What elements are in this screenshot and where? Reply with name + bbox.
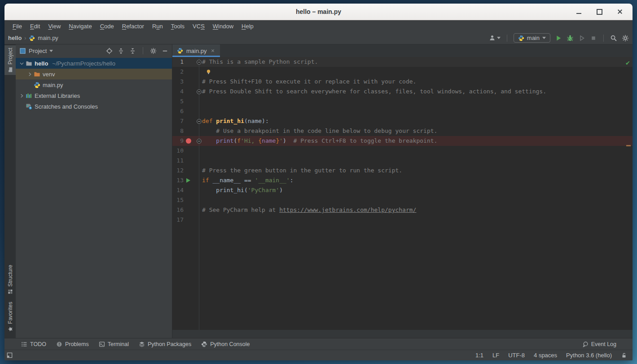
code-line-5[interactable]: 5 — [172, 96, 633, 106]
line-number[interactable]: 1 — [172, 57, 184, 67]
line-number[interactable]: 16 — [172, 205, 184, 215]
code-line-3[interactable]: 3# Press Shift+F10 to execute it or repl… — [172, 77, 633, 87]
run-configuration-selector[interactable]: main — [514, 33, 550, 43]
menu-run[interactable]: Run — [148, 23, 167, 30]
code-line-9[interactable]: 9 print(f'Hi, {name}') # Press Ctrl+F8 t… — [172, 136, 633, 146]
tree-item-scratches-and-consoles[interactable]: Scratches and Consoles — [16, 101, 172, 112]
tree-item-main-py[interactable]: main.py — [16, 79, 172, 90]
fold-icon[interactable] — [197, 60, 202, 65]
tool-window-button-python-packages[interactable]: Python Packages — [139, 341, 191, 347]
breadcrumb-file[interactable]: main.py — [38, 35, 58, 41]
code-line-4[interactable]: 4# Press Double Shift to search everywhe… — [172, 87, 633, 96]
code-line-15[interactable]: 15 — [172, 195, 633, 205]
menu-vcs[interactable]: VCS — [189, 23, 209, 30]
code-text: # Press Double Shift to search everywher… — [199, 87, 546, 96]
code-line-14[interactable]: 14 print_hi('PyCharm') — [172, 185, 633, 195]
project-panel-title[interactable]: Project — [29, 48, 47, 54]
maximize-button[interactable] — [596, 8, 603, 15]
tool-window-button-todo[interactable]: TODO — [21, 341, 46, 347]
line-number[interactable]: 9 — [172, 136, 184, 146]
search-everywhere-button[interactable] — [610, 35, 617, 42]
tool-window-tab-favorites[interactable]: Favorites — [4, 298, 16, 336]
code-editor[interactable]: 1# This is a sample Python script.23# Pr… — [172, 57, 633, 330]
tool-window-button-python-console[interactable]: Python Console — [201, 341, 250, 347]
code-line-7[interactable]: 7def print_hi(name): — [172, 116, 633, 126]
line-number[interactable]: 11 — [172, 156, 184, 166]
fold-icon[interactable] — [197, 89, 202, 94]
breakpoint-icon[interactable] — [186, 138, 191, 144]
line-number[interactable]: 10 — [172, 146, 184, 156]
line-number[interactable]: 13 — [172, 175, 184, 185]
menu-help[interactable]: Help — [237, 23, 258, 30]
gear-icon[interactable] — [150, 48, 157, 54]
collapse-all-icon[interactable] — [129, 48, 136, 54]
menu-refactor[interactable]: Refactor — [118, 23, 148, 30]
user-account-button[interactable] — [489, 35, 501, 41]
close-button[interactable] — [616, 8, 624, 15]
debug-button[interactable] — [567, 35, 574, 42]
tool-window-switcher-icon[interactable] — [6, 352, 13, 359]
close-tab-icon[interactable] — [210, 48, 215, 53]
tree-item-external-libraries[interactable]: External Libraries — [16, 90, 172, 101]
status-item-python-3-6-hello-[interactable]: Python 3.6 (hello) — [566, 352, 612, 359]
settings-button[interactable] — [622, 35, 629, 42]
locate-file-icon[interactable] — [106, 48, 113, 54]
line-number[interactable]: 15 — [172, 195, 184, 205]
tool-window-button-problems[interactable]: Problems — [56, 341, 89, 347]
expand-all-icon[interactable] — [118, 48, 124, 54]
status-item-1-1[interactable]: 1:1 — [475, 352, 483, 359]
code-line-2[interactable]: 2 — [172, 67, 633, 77]
code-line-11[interactable]: 11 — [172, 156, 633, 166]
fold-icon[interactable] — [197, 119, 202, 124]
menu-edit[interactable]: Edit — [26, 23, 44, 30]
code-line-10[interactable]: 10 — [172, 146, 633, 156]
run-line-icon[interactable] — [186, 178, 190, 183]
menu-code[interactable]: Code — [96, 23, 118, 30]
title-bar[interactable]: hello – main.py — [4, 4, 633, 20]
editor-tab-main-py[interactable]: main.py — [172, 44, 220, 57]
line-number[interactable]: 6 — [172, 106, 184, 116]
unlocked-padlock-icon[interactable] — [621, 352, 627, 359]
breadcrumb-project[interactable]: hello — [8, 35, 22, 41]
status-item-lf[interactable]: LF — [492, 352, 499, 359]
event-log-button[interactable]: Event Log — [582, 341, 616, 347]
line-number[interactable]: 2 — [172, 67, 184, 77]
chevron-down-icon[interactable] — [49, 50, 53, 52]
hide-panel-icon[interactable] — [162, 48, 168, 54]
line-number[interactable]: 14 — [172, 185, 184, 195]
inspection-ok-icon[interactable]: ✔ — [625, 60, 630, 66]
line-number[interactable]: 7 — [172, 116, 184, 126]
line-number[interactable]: 5 — [172, 96, 184, 106]
line-number[interactable]: 3 — [172, 77, 184, 87]
fold-icon[interactable] — [197, 139, 202, 144]
code-line-8[interactable]: 8 # Use a breakpoint in the code line be… — [172, 126, 633, 136]
code-line-12[interactable]: 12# Press the green button in the gutter… — [172, 166, 633, 175]
line-number[interactable]: 4 — [172, 87, 184, 96]
tool-window-button-terminal[interactable]: Terminal — [99, 341, 129, 347]
breakpoint-stripe-mark[interactable] — [626, 145, 631, 146]
python-mono-icon — [201, 341, 207, 347]
status-item-4-spaces[interactable]: 4 spaces — [534, 352, 557, 359]
code-line-16[interactable]: 16# See PyCharm help at https://www.jetb… — [172, 205, 633, 215]
tree-item-venv[interactable]: venv — [16, 69, 172, 79]
tool-window-tab-structure[interactable]: Structure — [4, 262, 16, 298]
code-line-6[interactable]: 6 — [172, 106, 633, 116]
menu-tools[interactable]: Tools — [167, 23, 189, 30]
menu-navigate[interactable]: Navigate — [65, 23, 96, 30]
code-line-17[interactable]: 17 — [172, 215, 633, 225]
run-button[interactable] — [555, 35, 562, 42]
problems-icon — [56, 341, 62, 347]
menu-view[interactable]: View — [44, 23, 65, 30]
intention-bulb[interactable] — [206, 69, 211, 75]
menu-file[interactable]: File — [9, 23, 26, 30]
code-line-1[interactable]: 1# This is a sample Python script. — [172, 57, 633, 67]
code-line-13[interactable]: 13if __name__ == '__main__': — [172, 175, 633, 185]
minimize-button[interactable] — [575, 8, 582, 15]
tool-window-tab-project[interactable]: Project — [4, 45, 16, 75]
line-number[interactable]: 17 — [172, 215, 184, 225]
menu-window[interactable]: Window — [209, 23, 237, 30]
line-number[interactable]: 8 — [172, 126, 184, 136]
status-item-utf-8[interactable]: UTF-8 — [508, 352, 525, 359]
line-number[interactable]: 12 — [172, 166, 184, 175]
tree-item-hello[interactable]: hello~/PycharmProjects/hello — [16, 58, 172, 69]
